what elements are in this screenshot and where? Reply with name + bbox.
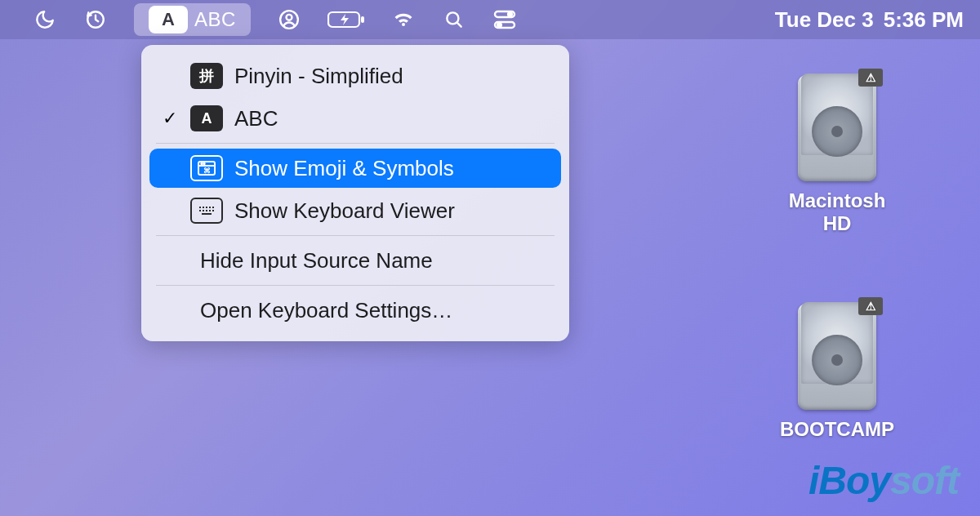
user-icon[interactable]	[277, 7, 301, 32]
svg-rect-23	[209, 210, 211, 211]
input-source-option-pinyin[interactable]: 拼 Pinyin - Simplified	[149, 56, 561, 96]
menu-item-hide-input-source-name[interactable]: Hide Input Source Name	[149, 241, 561, 280]
disk-label: BOOTCAMP	[776, 418, 898, 441]
hard-drive-icon: ⚠	[788, 67, 886, 181]
input-source-label: ABC	[194, 8, 236, 31]
input-source-dropdown: 拼 Pinyin - Simplified ✓ A ABC ⌘ Show Emo…	[141, 45, 569, 341]
svg-point-12	[201, 163, 203, 165]
menu-item-open-keyboard-settings[interactable]: Open Keyboard Settings…	[149, 291, 561, 330]
svg-rect-16	[203, 207, 204, 208]
svg-rect-19	[212, 207, 214, 208]
svg-rect-17	[206, 207, 207, 208]
battery-icon[interactable]	[327, 7, 365, 32]
desktop-disk-bootcamp[interactable]: ⚠ BOOTCAMP	[776, 296, 898, 441]
pinyin-icon: 拼	[190, 63, 223, 89]
menu-item-show-emoji[interactable]: ⌘ Show Emoji & Symbols	[149, 149, 561, 188]
disk-label: Macintosh HD	[776, 189, 898, 235]
wifi-icon[interactable]	[391, 7, 416, 32]
svg-text:⌘: ⌘	[203, 167, 211, 175]
character-viewer-icon: ⌘	[190, 155, 223, 181]
input-source-option-abc[interactable]: ✓ A ABC	[149, 99, 561, 138]
menu-separator	[156, 143, 555, 144]
menubar: A ABC Tue Dec 3 5:36 PM	[0, 0, 980, 39]
input-source-menu-button[interactable]: A ABC	[134, 3, 251, 36]
menu-item-label: Show Keyboard Viewer	[234, 198, 455, 224]
svg-point-2	[286, 15, 292, 20]
input-source-badge: A	[149, 6, 188, 33]
svg-rect-22	[206, 210, 207, 211]
menu-separator	[156, 285, 555, 286]
keyboard-icon	[190, 198, 223, 224]
checkmark-icon: ✓	[161, 108, 179, 129]
do-not-disturb-icon[interactable]	[33, 7, 57, 32]
svg-point-9	[497, 23, 501, 27]
menubar-clock[interactable]: Tue Dec 3 5:36 PM	[775, 7, 964, 33]
menu-item-label: Pinyin - Simplified	[234, 64, 403, 89]
hard-drive-icon: ⚠	[788, 296, 886, 410]
svg-point-13	[203, 163, 205, 165]
menu-item-label: ABC	[234, 106, 278, 131]
menu-separator	[156, 235, 555, 236]
watermark-logo: iBoysoft	[808, 458, 959, 503]
svg-rect-25	[202, 213, 212, 215]
menu-item-label: Show Emoji & Symbols	[234, 156, 454, 181]
svg-rect-15	[199, 207, 201, 208]
menubar-time: 5:36 PM	[884, 7, 964, 33]
svg-rect-4	[361, 16, 364, 23]
abc-icon: A	[190, 105, 223, 131]
control-center-icon[interactable]	[492, 7, 517, 32]
desktop-disk-macintosh-hd[interactable]: ⚠ Macintosh HD	[776, 67, 898, 235]
svg-rect-24	[212, 210, 214, 211]
menu-item-label: Hide Input Source Name	[200, 248, 433, 274]
svg-rect-20	[199, 210, 201, 211]
spotlight-icon[interactable]	[442, 7, 466, 32]
menubar-date: Tue Dec 3	[775, 7, 874, 33]
svg-rect-18	[209, 207, 211, 208]
menu-item-label: Open Keyboard Settings…	[200, 298, 452, 323]
svg-point-7	[508, 12, 512, 16]
time-machine-icon[interactable]	[83, 7, 108, 32]
svg-rect-21	[203, 210, 204, 211]
menu-item-show-keyboard-viewer[interactable]: Show Keyboard Viewer	[149, 191, 561, 230]
